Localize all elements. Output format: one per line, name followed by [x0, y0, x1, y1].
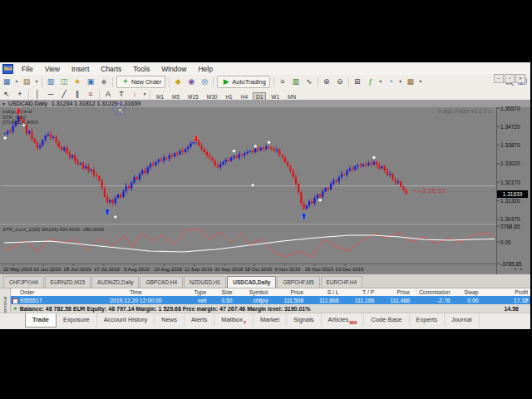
order-row[interactable]: 93555172019.12.20 12:00:00sell0.50chfjpy… — [11, 296, 530, 304]
tile-windows-icon[interactable]: ⊞ — [352, 76, 363, 87]
column-header-commission[interactable]: Commission — [412, 288, 452, 296]
new-chart-icon[interactable]: ▦ — [1, 76, 12, 87]
column-header-price[interactable]: Price — [270, 288, 306, 296]
chart-dropdown-icon[interactable]: ▼ — [2, 101, 6, 106]
indicator-scale-label: 0.00 — [500, 239, 511, 245]
current-price-box: 1.31639 — [497, 190, 528, 198]
channel-tool-icon[interactable]: ∥ — [71, 89, 83, 100]
terminal-tab-market[interactable]: Market — [254, 313, 287, 327]
horizontal-line-tool-icon[interactable]: ─ — [45, 89, 57, 100]
chart-marker-diamond — [232, 149, 235, 152]
candle-countdown-label: <--9:26:57 — [413, 187, 446, 195]
arrows-tool-icon[interactable]: ↓ — [129, 89, 140, 100]
order-cell-5: 111.508 — [270, 297, 306, 303]
profiles-icon[interactable]: ▤ — [21, 76, 32, 87]
menu-insert[interactable]: Insert — [66, 65, 95, 73]
navigator-icon[interactable]: ★ — [71, 76, 83, 87]
column-header-s-l[interactable]: S / L — [306, 288, 342, 296]
column-header-order[interactable]: Order — [11, 288, 91, 296]
price-scale-label: 1.31320 — [500, 198, 520, 204]
restore-button[interactable]: ▫ — [505, 74, 515, 83]
column-header-swap[interactable]: Swap — [452, 288, 480, 296]
new-chart-dropdown-icon[interactable]: ▾ — [14, 76, 19, 87]
menu-tools[interactable]: Tools — [127, 65, 155, 73]
templates-dropdown-icon[interactable]: ▾ — [418, 76, 423, 87]
chart-marker-diamond — [3, 136, 7, 140]
column-header-time[interactable]: Time — [91, 288, 180, 296]
column-header-profit[interactable]: Profit — [481, 288, 530, 296]
terminal-tab-trade[interactable]: Trade — [25, 313, 57, 328]
time-scale-label: 23 Aug 2019 — [155, 267, 183, 272]
order-cell-4: chfjpy — [235, 297, 271, 303]
column-header-symbol[interactable]: Symbol — [235, 288, 271, 296]
vertical-line-tool-icon[interactable]: │ — [32, 89, 43, 100]
indicators-icon[interactable]: ƒ — [365, 76, 377, 87]
zoom-in-icon[interactable]: ⊕ — [321, 76, 332, 87]
menu-help[interactable]: Help — [192, 65, 218, 73]
metaeditor-icon[interactable]: ◆ — [172, 76, 184, 87]
templates-icon[interactable]: ▦ — [405, 76, 416, 87]
text-tool-icon[interactable]: A — [102, 89, 114, 100]
menu-bar: M4 FileViewInsertChartsToolsWindowHelp — [0, 62, 530, 76]
terminal-tab-experts[interactable]: Experts — [410, 313, 445, 327]
menu-charts[interactable]: Charts — [95, 65, 127, 73]
menu-window[interactable]: Window — [155, 65, 192, 73]
cursor-tool-icon[interactable]: ↖ — [1, 89, 12, 100]
crosshair-tool-icon[interactable]: + — [14, 89, 26, 100]
chart-tab-nzdusd-h1[interactable]: NZDUSD,H1 — [184, 276, 226, 288]
close-button[interactable]: × — [515, 74, 525, 83]
terminal-tab-bar: TradeExposureAccount HistoryNewsAlertsMa… — [0, 313, 530, 329]
terminal-tab-journal[interactable]: Journal — [445, 313, 480, 327]
price-scale-label: 1.33020 — [500, 160, 520, 166]
strategy-tester-icon[interactable]: ◈ — [98, 76, 110, 87]
fibonacci-tool-icon[interactable]: ≡ — [85, 89, 96, 100]
trendline-tool-icon[interactable]: ╱ — [58, 89, 70, 100]
chart-tab-chfjpy-h4[interactable]: CHFJPY,H4 — [3, 276, 44, 288]
terminal-tab-code-base[interactable]: Code Base — [364, 313, 409, 327]
terminal-tab-mailbox[interactable]: Mailbox7 — [214, 313, 254, 327]
pane-divider[interactable] — [0, 223, 496, 224]
column-header-type[interactable]: Type — [180, 288, 209, 296]
candle-chart-icon[interactable]: ▥ — [290, 76, 302, 87]
label-tool-icon[interactable]: T — [116, 89, 127, 100]
mql-website-icon[interactable]: ◎ — [199, 76, 210, 87]
scroll-arrows[interactable]: ◂ ▸ — [514, 266, 524, 271]
indicators-dropdown-icon[interactable]: ▾ — [378, 76, 383, 87]
chart-tab-usdcad-daily[interactable]: USDCAD,Daily — [227, 276, 276, 288]
periods-dropdown-icon[interactable]: ▾ — [398, 76, 403, 87]
order-cell-10: 0.00 — [452, 297, 480, 303]
zoom-out-icon[interactable]: ⊖ — [334, 76, 346, 87]
balance-row: + Balance: 48 782.58 EUR Equity: 48 797.… — [11, 304, 530, 313]
data-window-icon[interactable]: ◫ — [58, 76, 70, 87]
chart-area[interactable]: Indigo_TrendSTR_Conf2TURBO_JRSX Indigo.T… — [0, 107, 530, 274]
terminal-tab-signals[interactable]: Signals — [287, 313, 322, 327]
chart-canvas[interactable] — [0, 107, 530, 274]
market-watch-icon[interactable]: ▥ — [45, 76, 57, 87]
menu-view[interactable]: View — [39, 65, 66, 73]
bar-chart-icon[interactable]: ≡ — [277, 76, 288, 87]
periods-icon[interactable]: ◔ — [385, 76, 397, 87]
time-scale-label: 6 Nov 2019 — [275, 267, 301, 272]
terminal-tab-articles[interactable]: Articles889 — [322, 313, 365, 327]
terminal-tab-alerts[interactable]: Alerts — [185, 313, 214, 327]
column-header-t-p[interactable]: T / P — [342, 288, 377, 296]
chart-tab-audnzd-daily[interactable]: AUDNZD,Daily — [91, 276, 139, 288]
profiles-dropdown-icon[interactable]: ▾ — [34, 76, 39, 87]
close-order-icon[interactable]: × — [525, 297, 529, 303]
chart-tab-eurnzd-m15[interactable]: EURNZD,M15 — [45, 276, 91, 288]
line-chart-icon[interactable]: ∿ — [303, 76, 315, 87]
chart-tab-gbpchf-m5[interactable]: GBPCHF,M5 — [277, 276, 319, 288]
chart-tab-gbpcad-h4[interactable]: GBPCAD,H4 — [140, 276, 183, 288]
terminal-icon[interactable]: ▣ — [85, 76, 96, 87]
terminal-tab-account-history[interactable]: Account History — [97, 313, 155, 327]
chart-tab-eurchf-h4[interactable]: EURCHF,H4 — [321, 276, 362, 288]
mql-community-icon[interactable]: ◉ — [185, 76, 197, 87]
column-header-size[interactable]: Size — [209, 288, 234, 296]
arrows-dropdown-icon[interactable]: ▾ — [142, 89, 147, 100]
terminal-tab-news[interactable]: News — [155, 313, 185, 327]
menu-file[interactable]: File — [16, 65, 39, 73]
minimize-button[interactable]: – — [494, 74, 504, 83]
balance-plus-icon: + — [13, 305, 17, 313]
terminal-tab-exposure[interactable]: Exposure — [57, 313, 97, 327]
column-header-price[interactable]: Price — [377, 288, 412, 296]
